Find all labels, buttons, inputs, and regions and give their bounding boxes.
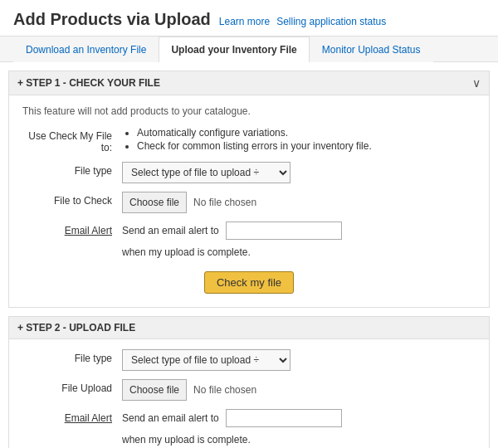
file-type-select-1[interactable]: Select type of file to upload ÷ <box>122 162 290 183</box>
no-file-text-2: No file chosen <box>193 384 256 396</box>
step1-header[interactable]: + STEP 1 - CHECK YOUR FILE ∨ <box>9 71 489 95</box>
selling-status-link[interactable]: Selling application status <box>276 16 386 27</box>
file-type-row-2: File type Select type of file to upload … <box>22 349 476 371</box>
file-upload-row: File Upload Choose file No file chosen <box>22 379 476 401</box>
step1-title: + STEP 1 - CHECK YOUR FILE <box>17 77 160 89</box>
page-title: Add Products via Upload <box>13 10 211 29</box>
email-alert-label-2: Email Alert <box>22 409 122 424</box>
tabs-bar: Download an Inventory File Upload your I… <box>0 37 498 62</box>
file-type-label-2: File type <box>22 349 122 364</box>
email-when-text-2: when my upload is complete. <box>122 434 251 446</box>
file-type-content-2: Select type of file to upload ÷ <box>122 349 476 371</box>
step2-section: + STEP 2 - UPLOAD FILE File type Select … <box>8 316 490 448</box>
check-my-file-btn[interactable]: Check my file <box>204 271 294 294</box>
email-alert-content-2: Send an email alert to when my upload is… <box>122 409 476 446</box>
step1-chevron: ∨ <box>472 76 481 90</box>
file-upload-content: Choose file No file chosen <box>122 379 476 401</box>
file-type-label-1: File type <box>22 162 122 177</box>
file-check-label: File to Check <box>22 192 122 207</box>
email-send-text-1: Send an email alert to <box>122 225 219 236</box>
step2-title: + STEP 2 - UPLOAD FILE <box>17 322 135 334</box>
file-check-content: Choose file No file chosen <box>122 192 476 213</box>
file-type-content-1: Select type of file to upload ÷ <box>122 162 476 183</box>
email-send-text-2: Send an email alert to <box>122 412 219 424</box>
choose-file-btn-1[interactable]: Choose file <box>122 192 187 213</box>
email-alert-row-2: Email Alert Send an email alert to when … <box>22 409 476 446</box>
tab-upload[interactable]: Upload your Inventory File <box>159 37 309 62</box>
bullet-2: Check for common listing errors in your … <box>137 140 372 152</box>
step1-note: This feature will not add products to yo… <box>22 105 476 117</box>
step1-body: This feature will not add products to yo… <box>9 95 489 307</box>
email-alert-row-1: Email Alert Send an email alert to when … <box>22 222 476 258</box>
use-check-label: Use Check My File to: <box>22 127 122 153</box>
step1-section: + STEP 1 - CHECK YOUR FILE ∨ This featur… <box>8 71 490 308</box>
check-btn-row: Check my file <box>22 266 476 294</box>
use-check-bullets: Automatically configure variations. Chec… <box>122 127 476 153</box>
tab-download[interactable]: Download an Inventory File <box>13 37 159 62</box>
tab-monitor[interactable]: Monitor Upload Status <box>310 37 433 62</box>
learn-more-link[interactable]: Learn more <box>219 16 270 27</box>
email-when-text-1: when my upload is complete. <box>122 246 251 258</box>
header-links: Learn more Selling application status <box>219 16 386 27</box>
file-check-row: File to Check Choose file No file chosen <box>22 192 476 213</box>
no-file-text-1: No file chosen <box>193 197 256 208</box>
email-input-1[interactable] <box>226 222 342 240</box>
step2-body: File type Select type of file to upload … <box>9 339 489 448</box>
file-type-row-1: File type Select type of file to upload … <box>22 162 476 183</box>
bullet-1: Automatically configure variations. <box>137 127 372 139</box>
page-header: Add Products via Upload Learn more Selli… <box>0 0 498 37</box>
file-upload-label: File Upload <box>22 379 122 394</box>
email-input-2[interactable] <box>226 409 342 427</box>
file-type-select-2[interactable]: Select type of file to upload ÷ <box>122 349 290 371</box>
email-alert-label-1: Email Alert <box>22 222 122 236</box>
step2-header[interactable]: + STEP 2 - UPLOAD FILE <box>9 317 489 339</box>
email-alert-content-1: Send an email alert to when my upload is… <box>122 222 476 258</box>
use-check-row: Use Check My File to: Automatically conf… <box>22 127 476 153</box>
choose-file-btn-2[interactable]: Choose file <box>122 379 187 401</box>
